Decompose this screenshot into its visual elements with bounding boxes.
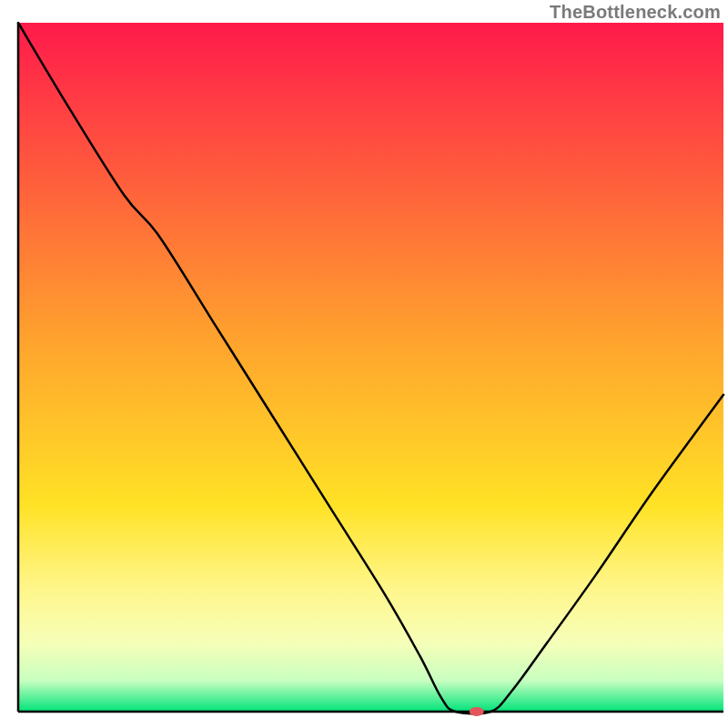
watermark-label: TheBottleneck.com bbox=[550, 2, 721, 23]
optimum-marker bbox=[470, 707, 484, 716]
chart-container: TheBottleneck.com bbox=[0, 0, 728, 728]
bottleneck-chart bbox=[0, 0, 728, 728]
plot-background bbox=[18, 23, 723, 712]
